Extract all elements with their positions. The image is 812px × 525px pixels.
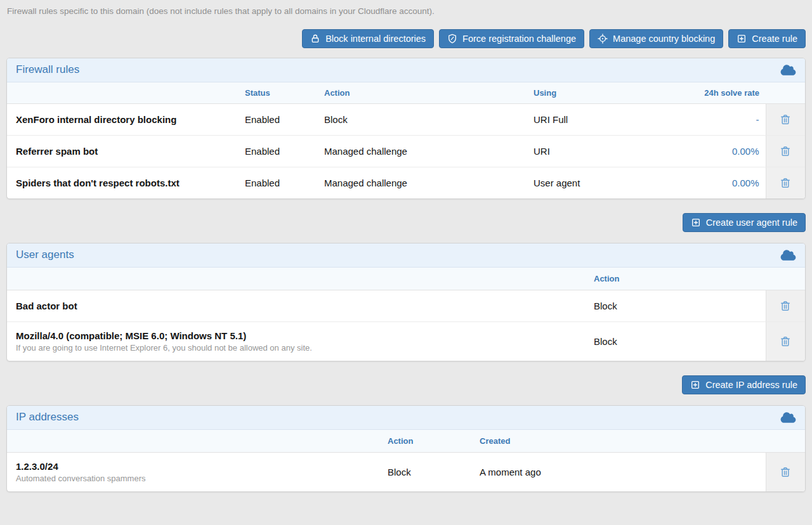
rule-solve-rate: 0.00% xyxy=(692,136,766,167)
user-agent-action-row: Create user agent rule xyxy=(6,213,806,232)
plus-square-icon xyxy=(737,34,747,44)
create-ip-address-rule-label: Create IP address rule xyxy=(705,380,797,390)
user-agents-panel-header: User agents xyxy=(7,243,805,268)
trash-icon xyxy=(779,471,792,481)
column-header-name xyxy=(7,82,239,104)
delete-button[interactable] xyxy=(778,175,793,191)
user-agents-panel: User agents Action Bad actor bot xyxy=(6,243,806,361)
rule-action: Block xyxy=(318,104,527,136)
firewall-rules-panel-title: Firewall rules xyxy=(16,63,79,76)
table-row: Bad actor bot Block xyxy=(7,290,805,322)
ip-addresses-panel-header: IP addresses xyxy=(7,406,805,430)
column-header-action: Action xyxy=(381,430,473,453)
ip-address-created: A moment ago xyxy=(473,453,766,492)
delete-button[interactable] xyxy=(778,112,793,127)
user-agents-header-row: Action xyxy=(7,268,805,290)
ip-addresses-panel: IP addresses Action Created 1.2 xyxy=(6,405,806,492)
ip-address-description: Automated conversation spammers xyxy=(16,474,375,483)
page-description: Firewall rules specific to this domain (… xyxy=(7,6,806,16)
column-header-created: Created xyxy=(473,430,766,453)
rule-action: Managed challenge xyxy=(318,136,527,167)
firewall-rules-panel: Firewall rules Status Action Using 24h s… xyxy=(6,58,806,199)
trash-icon xyxy=(779,182,792,191)
table-row: Referrer spam bot Enabled Managed challe… xyxy=(7,136,805,167)
cloudflare-cloud-icon xyxy=(780,64,796,76)
trash-icon xyxy=(779,119,792,128)
trash-icon xyxy=(779,150,792,160)
firewall-rules-panel-header: Firewall rules xyxy=(7,58,805,82)
rule-name: XenForo internal directory blocking xyxy=(16,114,176,125)
trash-icon xyxy=(779,340,792,350)
rule-name: Referrer spam bot xyxy=(16,146,98,157)
cloudflare-cloud-icon xyxy=(780,249,796,261)
create-ip-address-rule-button[interactable]: Create IP address rule xyxy=(682,375,806,394)
rule-using: User agent xyxy=(527,167,692,199)
table-row: Mozilla/4.0 (compatible; MSIE 6.0; Windo… xyxy=(7,322,805,361)
column-header-using: Using xyxy=(527,82,692,104)
trash-icon xyxy=(779,305,792,314)
column-header-name xyxy=(7,430,381,453)
delete-button[interactable] xyxy=(778,143,793,159)
column-header-delete xyxy=(766,430,805,453)
user-agent-name: Bad actor bot xyxy=(16,301,581,311)
block-internal-directories-button[interactable]: Block internal directories xyxy=(302,29,434,48)
cloudflare-cloud-icon xyxy=(780,412,796,424)
ip-address-action: Block xyxy=(381,453,473,492)
shield-icon xyxy=(447,34,457,44)
manage-country-blocking-label: Manage country blocking xyxy=(613,34,715,44)
ip-address-action-row: Create IP address rule xyxy=(6,375,806,394)
column-header-delete xyxy=(766,82,805,104)
create-rule-label: Create rule xyxy=(752,34,797,44)
rule-using: URI xyxy=(527,136,692,167)
column-header-action: Action xyxy=(587,268,766,290)
manage-country-blocking-button[interactable]: Manage country blocking xyxy=(589,29,723,48)
user-agent-name: Mozilla/4.0 (compatible; MSIE 6.0; Windo… xyxy=(16,330,581,341)
delete-button[interactable] xyxy=(778,298,793,314)
ip-addresses-panel-title: IP addresses xyxy=(16,411,79,424)
column-header-status: Status xyxy=(239,82,318,104)
user-agents-panel-title: User agents xyxy=(16,249,74,261)
rule-solve-rate: - xyxy=(692,104,766,136)
ip-addresses-header-row: Action Created xyxy=(7,430,805,453)
user-agent-description: If you are going to use Internet Explore… xyxy=(16,343,581,353)
plus-square-icon xyxy=(691,217,701,228)
rule-using: URI Full xyxy=(527,104,692,136)
create-user-agent-rule-button[interactable]: Create user agent rule xyxy=(683,213,806,232)
delete-button[interactable] xyxy=(778,334,793,349)
firewall-rules-table: Status Action Using 24h solve rate XenFo… xyxy=(7,82,805,198)
toolbar: Block internal directories Force registr… xyxy=(6,29,806,48)
force-registration-challenge-button[interactable]: Force registration challenge xyxy=(439,29,584,48)
crosshair-icon xyxy=(598,34,608,44)
user-agents-table: Action Bad actor bot Block xyxy=(7,268,805,361)
column-header-name xyxy=(7,268,587,290)
rule-status: Enabled xyxy=(239,167,318,199)
column-header-action: Action xyxy=(318,82,527,104)
page: Firewall rules specific to this domain (… xyxy=(0,0,812,492)
rule-status: Enabled xyxy=(239,136,318,167)
user-agent-action: Block xyxy=(587,322,766,361)
force-registration-challenge-label: Force registration challenge xyxy=(462,34,576,44)
rule-solve-rate: 0.00% xyxy=(692,167,766,199)
column-header-solve-rate: 24h solve rate xyxy=(692,82,766,104)
lock-icon xyxy=(310,34,320,44)
plus-square-icon xyxy=(690,380,700,390)
ip-address-name: 1.2.3.0/24 xyxy=(16,461,375,472)
table-row: Spiders that don't respect robots.txt En… xyxy=(7,167,805,199)
rule-name: Spiders that don't respect robots.txt xyxy=(16,178,180,188)
create-rule-button[interactable]: Create rule xyxy=(728,29,806,48)
firewall-rules-header-row: Status Action Using 24h solve rate xyxy=(7,82,805,104)
delete-button[interactable] xyxy=(778,464,793,480)
block-internal-directories-label: Block internal directories xyxy=(325,34,426,44)
user-agent-action: Block xyxy=(587,290,766,322)
ip-addresses-table: Action Created 1.2.3.0/24 Automated conv… xyxy=(7,430,805,491)
table-row: XenForo internal directory blocking Enab… xyxy=(7,104,805,136)
table-row: 1.2.3.0/24 Automated conversation spamme… xyxy=(7,453,805,492)
rule-status: Enabled xyxy=(239,104,318,136)
rule-action: Managed challenge xyxy=(318,167,527,199)
create-user-agent-rule-label: Create user agent rule xyxy=(706,217,797,228)
column-header-delete xyxy=(766,268,805,290)
